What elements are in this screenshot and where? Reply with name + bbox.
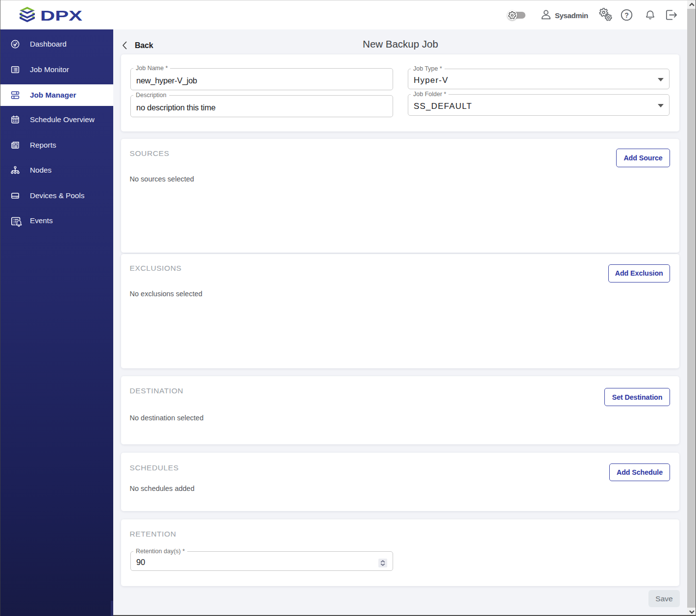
svg-text:?: ?: [624, 11, 629, 19]
svg-text:DPX: DPX: [40, 7, 82, 24]
